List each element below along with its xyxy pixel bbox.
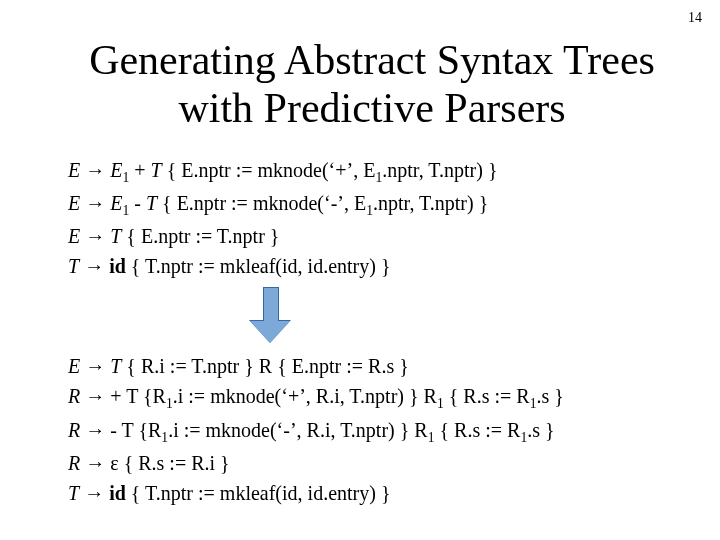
grammar-block-1: E → E1 + T { E.nptr := mknode(‘+’, E1.np… <box>68 155 684 282</box>
page-number: 14 <box>688 10 702 26</box>
rule-b2: R → + T {R1.i := mknode(‘+’, R.i, T.nptr… <box>68 381 684 414</box>
rule-2: E → E1 - T { E.nptr := mknode(‘-’, E1.np… <box>68 188 684 221</box>
rule-b1: E → T { R.i := T.nptr } R { E.nptr := R.… <box>68 351 684 381</box>
slide: 14 Generating Abstract Syntax Trees with… <box>0 0 720 540</box>
slide-title: Generating Abstract Syntax Trees with Pr… <box>60 36 684 133</box>
transform-arrow-gap <box>60 281 684 351</box>
title-line-1: Generating Abstract Syntax Trees <box>89 37 655 83</box>
down-arrow-icon <box>250 287 290 345</box>
rule-1: E → E1 + T { E.nptr := mknode(‘+’, E1.np… <box>68 155 684 188</box>
rule-4: T → id { T.nptr := mkleaf(id, id.entry) … <box>68 251 684 281</box>
rule-b4: R → ε { R.s := R.i } <box>68 448 684 478</box>
rule-3: E → T { E.nptr := T.nptr } <box>68 221 684 251</box>
grammar-block-2: E → T { R.i := T.nptr } R { E.nptr := R.… <box>68 351 684 508</box>
rule-b3: R → - T {R1.i := mknode(‘-’, R.i, T.nptr… <box>68 415 684 448</box>
rule-b5: T → id { T.nptr := mkleaf(id, id.entry) … <box>68 478 684 508</box>
title-line-2: with Predictive Parsers <box>178 85 565 131</box>
